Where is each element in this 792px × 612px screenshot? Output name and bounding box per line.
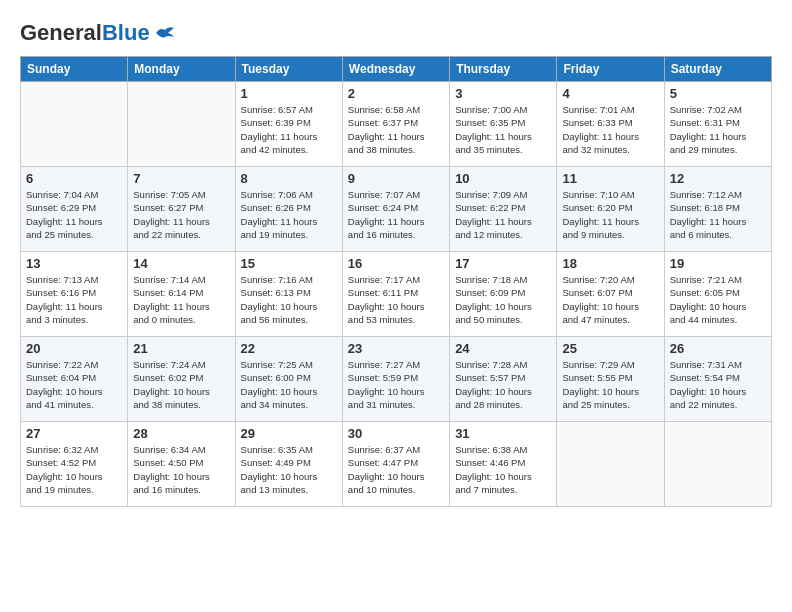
day-info: Sunrise: 7:21 AM Sunset: 6:05 PM Dayligh…	[670, 273, 766, 326]
day-number: 22	[241, 341, 337, 356]
page-header: GeneralBlue	[20, 20, 772, 46]
calendar-cell: 26Sunrise: 7:31 AM Sunset: 5:54 PM Dayli…	[664, 337, 771, 422]
calendar-week-row: 6Sunrise: 7:04 AM Sunset: 6:29 PM Daylig…	[21, 167, 772, 252]
calendar-week-row: 20Sunrise: 7:22 AM Sunset: 6:04 PM Dayli…	[21, 337, 772, 422]
calendar-cell: 17Sunrise: 7:18 AM Sunset: 6:09 PM Dayli…	[450, 252, 557, 337]
day-number: 7	[133, 171, 229, 186]
logo: GeneralBlue	[20, 20, 176, 46]
logo-text: GeneralBlue	[20, 20, 150, 46]
day-number: 20	[26, 341, 122, 356]
day-number: 12	[670, 171, 766, 186]
day-info: Sunrise: 7:06 AM Sunset: 6:26 PM Dayligh…	[241, 188, 337, 241]
day-number: 4	[562, 86, 658, 101]
calendar-week-row: 1Sunrise: 6:57 AM Sunset: 6:39 PM Daylig…	[21, 82, 772, 167]
calendar-cell: 23Sunrise: 7:27 AM Sunset: 5:59 PM Dayli…	[342, 337, 449, 422]
weekday-header-row: SundayMondayTuesdayWednesdayThursdayFrid…	[21, 57, 772, 82]
day-info: Sunrise: 7:31 AM Sunset: 5:54 PM Dayligh…	[670, 358, 766, 411]
day-info: Sunrise: 7:24 AM Sunset: 6:02 PM Dayligh…	[133, 358, 229, 411]
day-info: Sunrise: 7:14 AM Sunset: 6:14 PM Dayligh…	[133, 273, 229, 326]
day-info: Sunrise: 6:38 AM Sunset: 4:46 PM Dayligh…	[455, 443, 551, 496]
weekday-header-tuesday: Tuesday	[235, 57, 342, 82]
weekday-header-thursday: Thursday	[450, 57, 557, 82]
day-info: Sunrise: 7:10 AM Sunset: 6:20 PM Dayligh…	[562, 188, 658, 241]
day-info: Sunrise: 6:32 AM Sunset: 4:52 PM Dayligh…	[26, 443, 122, 496]
day-info: Sunrise: 7:18 AM Sunset: 6:09 PM Dayligh…	[455, 273, 551, 326]
calendar-cell: 12Sunrise: 7:12 AM Sunset: 6:18 PM Dayli…	[664, 167, 771, 252]
day-info: Sunrise: 7:29 AM Sunset: 5:55 PM Dayligh…	[562, 358, 658, 411]
calendar-cell: 6Sunrise: 7:04 AM Sunset: 6:29 PM Daylig…	[21, 167, 128, 252]
day-number: 24	[455, 341, 551, 356]
calendar-cell: 11Sunrise: 7:10 AM Sunset: 6:20 PM Dayli…	[557, 167, 664, 252]
day-info: Sunrise: 6:58 AM Sunset: 6:37 PM Dayligh…	[348, 103, 444, 156]
day-info: Sunrise: 7:20 AM Sunset: 6:07 PM Dayligh…	[562, 273, 658, 326]
weekday-header-friday: Friday	[557, 57, 664, 82]
day-info: Sunrise: 7:00 AM Sunset: 6:35 PM Dayligh…	[455, 103, 551, 156]
weekday-header-wednesday: Wednesday	[342, 57, 449, 82]
calendar-cell: 21Sunrise: 7:24 AM Sunset: 6:02 PM Dayli…	[128, 337, 235, 422]
day-info: Sunrise: 6:35 AM Sunset: 4:49 PM Dayligh…	[241, 443, 337, 496]
calendar-cell: 16Sunrise: 7:17 AM Sunset: 6:11 PM Dayli…	[342, 252, 449, 337]
day-info: Sunrise: 7:28 AM Sunset: 5:57 PM Dayligh…	[455, 358, 551, 411]
day-number: 30	[348, 426, 444, 441]
calendar-cell: 10Sunrise: 7:09 AM Sunset: 6:22 PM Dayli…	[450, 167, 557, 252]
day-number: 16	[348, 256, 444, 271]
day-info: Sunrise: 7:22 AM Sunset: 6:04 PM Dayligh…	[26, 358, 122, 411]
day-number: 17	[455, 256, 551, 271]
calendar-cell: 3Sunrise: 7:00 AM Sunset: 6:35 PM Daylig…	[450, 82, 557, 167]
calendar-cell: 9Sunrise: 7:07 AM Sunset: 6:24 PM Daylig…	[342, 167, 449, 252]
day-number: 11	[562, 171, 658, 186]
calendar-cell: 15Sunrise: 7:16 AM Sunset: 6:13 PM Dayli…	[235, 252, 342, 337]
day-info: Sunrise: 7:04 AM Sunset: 6:29 PM Dayligh…	[26, 188, 122, 241]
calendar-cell: 31Sunrise: 6:38 AM Sunset: 4:46 PM Dayli…	[450, 422, 557, 507]
day-number: 15	[241, 256, 337, 271]
day-number: 25	[562, 341, 658, 356]
day-info: Sunrise: 7:17 AM Sunset: 6:11 PM Dayligh…	[348, 273, 444, 326]
day-info: Sunrise: 7:09 AM Sunset: 6:22 PM Dayligh…	[455, 188, 551, 241]
calendar-cell: 20Sunrise: 7:22 AM Sunset: 6:04 PM Dayli…	[21, 337, 128, 422]
calendar-week-row: 13Sunrise: 7:13 AM Sunset: 6:16 PM Dayli…	[21, 252, 772, 337]
day-info: Sunrise: 7:07 AM Sunset: 6:24 PM Dayligh…	[348, 188, 444, 241]
day-number: 2	[348, 86, 444, 101]
calendar-table: SundayMondayTuesdayWednesdayThursdayFrid…	[20, 56, 772, 507]
calendar-cell	[128, 82, 235, 167]
calendar-cell	[21, 82, 128, 167]
calendar-cell: 4Sunrise: 7:01 AM Sunset: 6:33 PM Daylig…	[557, 82, 664, 167]
weekday-header-monday: Monday	[128, 57, 235, 82]
day-number: 1	[241, 86, 337, 101]
day-number: 8	[241, 171, 337, 186]
day-number: 13	[26, 256, 122, 271]
day-info: Sunrise: 7:13 AM Sunset: 6:16 PM Dayligh…	[26, 273, 122, 326]
day-number: 5	[670, 86, 766, 101]
day-number: 23	[348, 341, 444, 356]
calendar-cell: 2Sunrise: 6:58 AM Sunset: 6:37 PM Daylig…	[342, 82, 449, 167]
calendar-cell: 28Sunrise: 6:34 AM Sunset: 4:50 PM Dayli…	[128, 422, 235, 507]
day-number: 3	[455, 86, 551, 101]
day-info: Sunrise: 7:16 AM Sunset: 6:13 PM Dayligh…	[241, 273, 337, 326]
day-info: Sunrise: 7:12 AM Sunset: 6:18 PM Dayligh…	[670, 188, 766, 241]
day-number: 9	[348, 171, 444, 186]
day-number: 21	[133, 341, 229, 356]
calendar-cell	[557, 422, 664, 507]
day-info: Sunrise: 6:37 AM Sunset: 4:47 PM Dayligh…	[348, 443, 444, 496]
day-info: Sunrise: 6:57 AM Sunset: 6:39 PM Dayligh…	[241, 103, 337, 156]
calendar-cell: 8Sunrise: 7:06 AM Sunset: 6:26 PM Daylig…	[235, 167, 342, 252]
day-info: Sunrise: 7:27 AM Sunset: 5:59 PM Dayligh…	[348, 358, 444, 411]
day-info: Sunrise: 7:01 AM Sunset: 6:33 PM Dayligh…	[562, 103, 658, 156]
calendar-cell: 5Sunrise: 7:02 AM Sunset: 6:31 PM Daylig…	[664, 82, 771, 167]
calendar-week-row: 27Sunrise: 6:32 AM Sunset: 4:52 PM Dayli…	[21, 422, 772, 507]
day-number: 26	[670, 341, 766, 356]
day-number: 27	[26, 426, 122, 441]
calendar-cell: 22Sunrise: 7:25 AM Sunset: 6:00 PM Dayli…	[235, 337, 342, 422]
calendar-cell: 24Sunrise: 7:28 AM Sunset: 5:57 PM Dayli…	[450, 337, 557, 422]
calendar-cell: 18Sunrise: 7:20 AM Sunset: 6:07 PM Dayli…	[557, 252, 664, 337]
day-number: 10	[455, 171, 551, 186]
day-info: Sunrise: 6:34 AM Sunset: 4:50 PM Dayligh…	[133, 443, 229, 496]
calendar-cell: 1Sunrise: 6:57 AM Sunset: 6:39 PM Daylig…	[235, 82, 342, 167]
day-number: 29	[241, 426, 337, 441]
weekday-header-saturday: Saturday	[664, 57, 771, 82]
calendar-cell: 30Sunrise: 6:37 AM Sunset: 4:47 PM Dayli…	[342, 422, 449, 507]
calendar-cell: 25Sunrise: 7:29 AM Sunset: 5:55 PM Dayli…	[557, 337, 664, 422]
calendar-cell: 29Sunrise: 6:35 AM Sunset: 4:49 PM Dayli…	[235, 422, 342, 507]
weekday-header-sunday: Sunday	[21, 57, 128, 82]
calendar-cell: 27Sunrise: 6:32 AM Sunset: 4:52 PM Dayli…	[21, 422, 128, 507]
